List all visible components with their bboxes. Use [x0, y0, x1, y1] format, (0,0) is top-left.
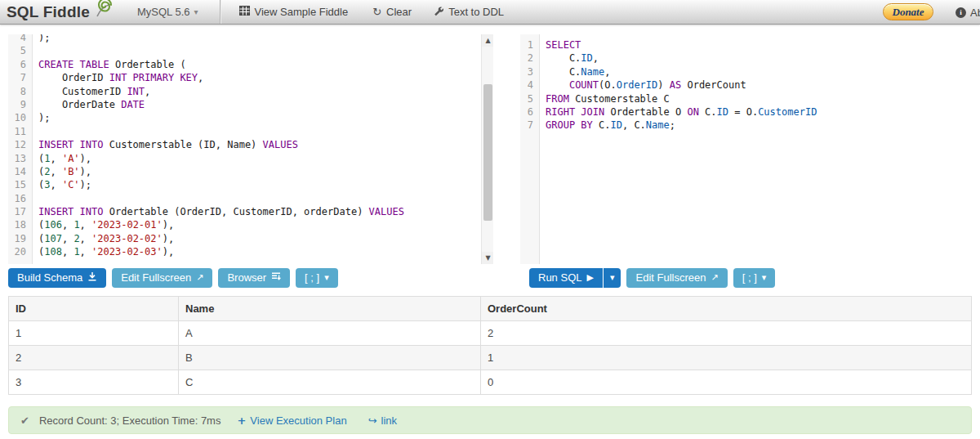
column-header: OrderCount [481, 297, 972, 321]
query-edit-fullscreen-button[interactable]: Edit Fullscreen ↗ [626, 268, 727, 288]
line-number: 15 [8, 178, 32, 191]
code-line[interactable] [38, 125, 481, 138]
line-number: 9 [8, 98, 32, 111]
line-number: 7 [520, 119, 539, 132]
column-header: Name [179, 297, 481, 321]
code-line[interactable]: GROUP BY C.ID, C.Name; [546, 119, 972, 132]
query-semicolon-dropdown[interactable]: [ ; ] ▾ [733, 268, 776, 288]
app-title: SQL Fiddle [7, 3, 90, 21]
line-number: 19 [8, 232, 32, 245]
browser-button[interactable]: Browser [218, 268, 290, 288]
code-line[interactable]: OrderID INT PRIMARY KEY, [38, 71, 481, 84]
code-line[interactable]: SELECT [546, 38, 972, 52]
query-toolbar: Run SQL ▶ ▾ Edit Fullscreen ↗ [ ; ] ▾ [529, 268, 775, 288]
download-icon [87, 268, 97, 288]
code-line[interactable]: (107, 2, '2023-02-02'), [38, 232, 481, 245]
chevron-down-icon: ▾ [324, 268, 329, 288]
code-line[interactable] [38, 192, 481, 205]
donate-label: Donate [893, 6, 924, 19]
schema-gutter-lines: 4567891011121314151617181920 [8, 34, 32, 259]
line-number: 11 [8, 125, 32, 138]
donate-button[interactable]: Donate [883, 3, 933, 20]
table-row: 1A2 [9, 321, 972, 346]
code-line[interactable]: RIGHT JOIN Ordertable O ON C.ID = O.Cust… [546, 105, 972, 119]
view-execution-plan-link[interactable]: + View Execution Plan [237, 414, 346, 427]
permalink-link[interactable]: ↪ link [368, 414, 397, 427]
semicolon-label: [ ; ] [742, 268, 757, 288]
line-number: 2 [520, 52, 539, 65]
play-icon: ▶ [586, 268, 593, 288]
edit-fullscreen-label: Edit Fullscreen [635, 268, 706, 288]
code-line[interactable]: C.Name, [546, 65, 972, 78]
clear-label: Clear [386, 6, 412, 18]
execution-status-bar: ✔ Record Count: 3; Execution Time: 7ms +… [8, 406, 972, 434]
about-button[interactable]: i About [956, 0, 980, 25]
schema-code-lines: );CREATE TABLE Ordertable ( OrderID INT … [38, 34, 481, 259]
cell: 1 [9, 321, 179, 346]
line-number: 7 [8, 71, 32, 84]
query-editor-gutter: 1234567 [520, 34, 540, 264]
schema-toolbar: Build Schema Edit Fullscreen ↗ Browser [… [8, 268, 338, 288]
code-line[interactable] [38, 44, 481, 57]
code-line[interactable]: OrderDate DATE [38, 98, 481, 111]
schema-editor-gutter: 4567891011121314151617181920 [8, 34, 33, 264]
code-line[interactable]: CREATE TABLE Ordertable ( [38, 58, 481, 71]
cell: B [179, 346, 481, 370]
code-line[interactable]: (106, 1, '2023-02-01'), [38, 218, 481, 231]
code-line[interactable]: CustomerID INT, [38, 85, 481, 98]
scroll-up-arrow-icon[interactable]: ▲ [482, 34, 493, 47]
scrollbar-thumb[interactable] [483, 84, 492, 221]
code-line[interactable]: (108, 1, '2023-02-03'), [38, 245, 481, 258]
line-number: 18 [8, 218, 32, 231]
cell: 1 [481, 346, 972, 370]
schema-editor-scrollbar[interactable]: ▲ ▼ [481, 34, 493, 264]
topbar: SQL Fiddle MySQL 5.6 ▾ View Sample Fiddl… [0, 0, 980, 25]
query-editor-text[interactable]: SELECT C.ID, C.Name, COUNT(O.OrderID) AS… [541, 34, 972, 264]
build-schema-label: Build Schema [17, 268, 82, 288]
check-icon: ✔ [20, 414, 29, 427]
info-icon: i [956, 7, 966, 18]
results-body: 1A22B13C0 [9, 321, 972, 395]
cell: A [179, 321, 481, 346]
results-table: IDNameOrderCount 1A22B13C0 [8, 296, 972, 395]
line-number: 4 [8, 34, 32, 44]
fern-logo-icon [90, 2, 114, 22]
code-line[interactable]: ); [38, 34, 481, 44]
code-line[interactable]: ); [38, 111, 481, 124]
code-line[interactable]: (1, 'A'), [38, 152, 481, 165]
scroll-down-arrow-icon[interactable]: ▼ [482, 252, 493, 264]
line-number: 20 [8, 245, 32, 258]
view-sample-fiddle-button[interactable]: View Sample Fiddle [239, 6, 349, 18]
schema-editor-text[interactable]: );CREATE TABLE Ordertable ( OrderID INT … [33, 34, 481, 264]
code-line[interactable]: COUNT(O.OrderID) AS OrderCount [546, 78, 972, 92]
build-schema-button[interactable]: Build Schema [8, 268, 106, 288]
text-to-ddl-button[interactable]: Text to DDL [433, 6, 504, 19]
schema-semicolon-dropdown[interactable]: [ ; ] ▾ [296, 268, 338, 288]
code-line[interactable]: (2, 'B'), [38, 165, 481, 178]
line-number: 1 [520, 38, 539, 52]
code-line[interactable]: (3, 'C'); [38, 178, 481, 191]
fullscreen-arrow-icon: ↗ [710, 268, 718, 288]
schema-editor[interactable]: 4567891011121314151617181920 );CREATE TA… [8, 34, 493, 264]
query-editor[interactable]: 1234567 SELECT C.ID, C.Name, COUNT(O.Ord… [520, 34, 972, 264]
code-line[interactable]: INSERT INTO Ordertable (OrderID, Custome… [38, 205, 481, 218]
code-line[interactable]: FROM Customerstable C [546, 92, 972, 105]
run-sql-label: Run SQL [538, 268, 581, 288]
run-sql-options-button[interactable]: ▾ [604, 268, 621, 288]
database-version-select[interactable]: MySQL 5.6 ▾ [137, 6, 198, 18]
code-line[interactable]: INSERT INTO Customerstable (ID, Name) VA… [38, 138, 481, 151]
clear-button[interactable]: ↻ Clear [372, 6, 412, 18]
view-execution-plan-label: View Execution Plan [250, 414, 346, 427]
topbar-divider [220, 0, 221, 25]
line-number: 16 [8, 192, 32, 205]
app-logo[interactable]: SQL Fiddle [7, 2, 114, 22]
permalink-label: link [381, 414, 398, 427]
line-number: 12 [8, 138, 32, 151]
schema-edit-fullscreen-button[interactable]: Edit Fullscreen ↗ [112, 268, 212, 288]
code-line[interactable]: C.ID, [546, 52, 972, 65]
run-sql-button[interactable]: Run SQL ▶ [529, 268, 603, 288]
chevron-down-icon: ▾ [762, 268, 767, 288]
cell: 0 [481, 370, 972, 395]
cell: 2 [481, 321, 972, 346]
line-number: 14 [8, 165, 32, 178]
